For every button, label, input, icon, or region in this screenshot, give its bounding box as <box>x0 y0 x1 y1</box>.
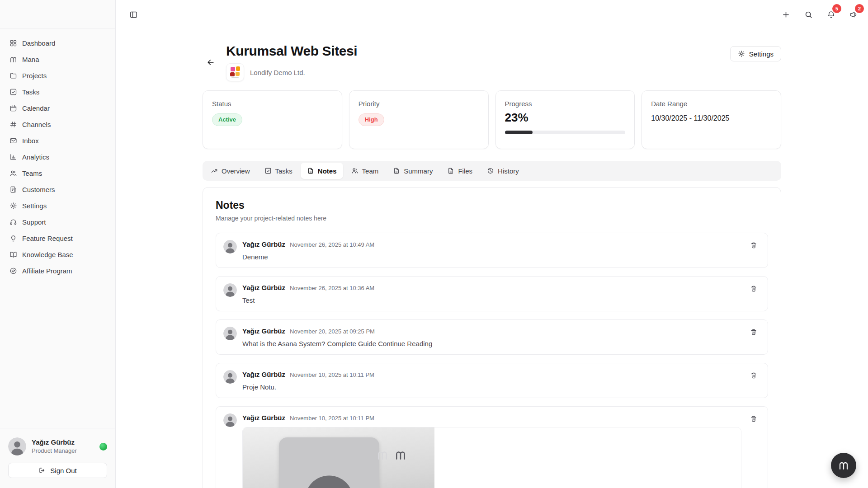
trash-icon <box>750 415 757 422</box>
sign-out-label: Sign Out <box>50 467 76 474</box>
history-icon <box>487 167 494 174</box>
note-timestamp: November 10, 2025 at 10:11 PM <box>290 371 374 378</box>
sidebar-item-label: Projects <box>22 72 47 80</box>
sidebar-item-label: Settings <box>22 202 47 210</box>
sidebar-item-label: Inbox <box>22 137 39 145</box>
note-author: Yağız Gürbüz <box>242 414 285 422</box>
date-range-label: Date Range <box>651 100 772 108</box>
book-icon <box>9 251 17 258</box>
tab-tasks[interactable]: Tasks <box>258 163 299 179</box>
sidebar-item-label: Knowledge Base <box>22 251 73 258</box>
avatar <box>8 437 26 455</box>
summary-cards: Status Active Priority High Progress 23% <box>203 90 781 149</box>
sidebar-logo-area <box>0 0 115 28</box>
sidebar-nav: Dashboard Mana Projects Tasks Calendar C… <box>0 28 115 428</box>
settings-button-label: Settings <box>749 50 774 58</box>
sidebar-item-label: Mana <box>22 56 39 63</box>
sidebar-item-settings[interactable]: Settings <box>5 197 110 214</box>
sidebar-item-support[interactable]: Support <box>5 214 110 230</box>
tab-label: History <box>498 167 519 175</box>
app: Dashboard Mana Projects Tasks Calendar C… <box>0 0 868 488</box>
delete-note-button[interactable] <box>747 282 760 296</box>
topbar: 5 2 <box>116 0 868 29</box>
sidebar-item-channels[interactable]: Channels <box>5 116 110 132</box>
search-button[interactable] <box>803 9 814 20</box>
sidebar-item-analytics[interactable]: Analytics <box>5 149 110 165</box>
company-name: Londify Demo Ltd. <box>250 69 305 76</box>
analytics-icon <box>9 153 17 161</box>
note-content: What is the Asana System? Complete Guide… <box>242 340 741 347</box>
trash-icon <box>750 328 757 336</box>
sidebar-item-tasks[interactable]: Tasks <box>5 84 110 100</box>
avatar <box>223 413 237 427</box>
progress-bar <box>505 131 626 134</box>
sidebar-item-teams[interactable]: Teams <box>5 165 110 181</box>
sidebar-item-label: Support <box>22 218 46 226</box>
tab-overview[interactable]: Overview <box>204 163 256 179</box>
sidebar-item-label: Channels <box>22 121 51 128</box>
priority-card: Priority High <box>349 90 489 149</box>
announcements-button[interactable]: 2 <box>848 9 859 20</box>
notes-title: Notes <box>216 199 768 211</box>
sidebar-item-mana[interactable]: Mana <box>5 51 110 67</box>
note-card: Yağız Gürbüz November 26, 2025 at 10:36 … <box>216 276 768 311</box>
avatar <box>223 327 237 340</box>
delete-note-button[interactable] <box>747 413 760 426</box>
page-header: Kurumsal Web Sitesi Londify Demo Ltd. Se… <box>203 43 781 81</box>
priority-label: Priority <box>359 100 479 108</box>
sidebar-toggle-button[interactable] <box>128 9 139 20</box>
company-logo <box>226 63 244 81</box>
sidebar-item-dashboard[interactable]: Dashboard <box>5 35 110 51</box>
notifications-badge: 5 <box>832 4 841 13</box>
notifications-button[interactable]: 5 <box>826 9 836 20</box>
create-new-button[interactable] <box>780 9 791 20</box>
tab-files[interactable]: Files <box>441 163 479 179</box>
sidebar-item-calendar[interactable]: Calendar <box>5 100 110 116</box>
sidebar-item-customers[interactable]: Customers <box>5 181 110 197</box>
user-role: Product Manager <box>32 447 77 455</box>
main: 5 2 Kurumsal Web Sitesi <box>116 0 868 488</box>
file-text-icon <box>393 167 400 174</box>
sidebar-item-affiliate-program[interactable]: Affiliate Program <box>5 263 110 279</box>
avatar <box>223 240 237 253</box>
delete-note-button[interactable] <box>747 326 760 339</box>
sidebar-item-label: Affiliate Program <box>22 267 72 275</box>
tab-notes[interactable]: Notes <box>301 163 343 179</box>
user-profile: Yağız Gürbüz Product Manager <box>8 437 107 455</box>
sidebar-item-label: Dashboard <box>22 39 55 47</box>
assistant-fab-button[interactable] <box>831 453 856 478</box>
online-status-dot <box>99 443 107 450</box>
note-author: Yağız Gürbüz <box>242 284 285 291</box>
sidebar-item-label: Calendar <box>22 104 50 112</box>
delete-note-button[interactable] <box>747 369 760 383</box>
gear-icon <box>738 50 745 57</box>
sidebar-item-inbox[interactable]: Inbox <box>5 132 110 149</box>
sign-out-icon <box>38 467 46 474</box>
inbox-icon <box>9 137 17 145</box>
note-image-attachment <box>242 427 741 488</box>
note-author: Yağız Gürbüz <box>242 371 285 378</box>
tab-summary[interactable]: Summary <box>387 163 439 179</box>
sidebar-item-feature-request[interactable]: Feature Request <box>5 230 110 246</box>
sidebar-item-label: Analytics <box>22 153 49 161</box>
sidebar-user-area: Yağız Gürbüz Product Manager Sign Out <box>0 428 115 488</box>
sign-out-button[interactable]: Sign Out <box>8 463 107 478</box>
note-card: Yağız Gürbüz November 10, 2025 at 10:11 … <box>216 363 768 398</box>
tab-label: Tasks <box>275 167 292 175</box>
trash-icon <box>750 285 757 292</box>
tab-history[interactable]: History <box>481 163 525 179</box>
tab-team[interactable]: Team <box>345 163 385 179</box>
file-text-icon <box>447 167 454 174</box>
panel-left-icon <box>129 10 138 19</box>
sidebar-item-label: Feature Request <box>22 235 73 242</box>
sidebar-item-projects[interactable]: Projects <box>5 67 110 84</box>
note-author: Yağız Gürbüz <box>242 240 285 248</box>
tab-label: Notes <box>318 167 337 175</box>
note-timestamp: November 26, 2025 at 10:36 AM <box>290 285 374 291</box>
project-settings-button[interactable]: Settings <box>730 46 781 61</box>
back-button[interactable] <box>203 54 219 70</box>
calendar-icon <box>9 104 17 112</box>
delete-note-button[interactable] <box>747 239 760 253</box>
notes-subtitle: Manage your project-related notes here <box>216 215 768 222</box>
sidebar-item-knowledge-base[interactable]: Knowledge Base <box>5 246 110 263</box>
